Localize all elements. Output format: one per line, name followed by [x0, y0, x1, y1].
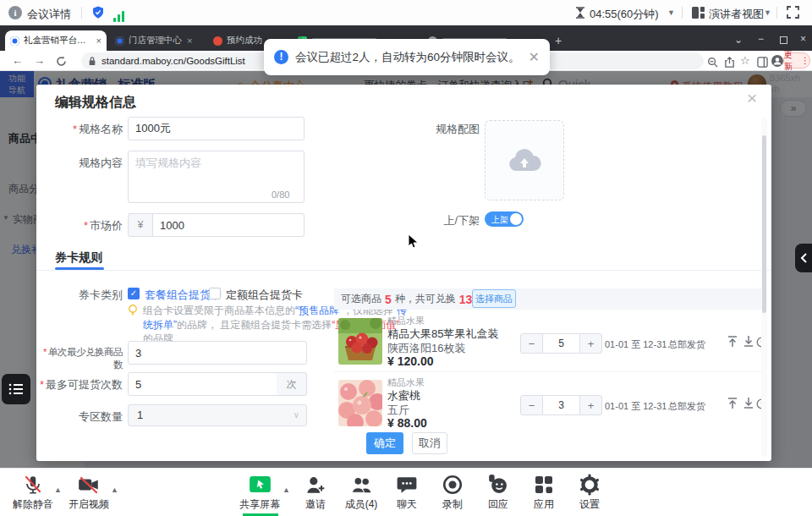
- bookmark-star-icon[interactable]: ☆: [740, 54, 750, 67]
- card-type-label: 券卡类别: [36, 288, 123, 303]
- shelf-toggle[interactable]: 上架: [485, 211, 524, 227]
- qty-decrease-button[interactable]: −: [520, 333, 543, 354]
- summary-prefix: 可选商品: [341, 292, 381, 306]
- tab-favicon: [10, 36, 19, 46]
- view-mode-label[interactable]: 演讲者视图: [709, 7, 764, 22]
- qty-increase-button[interactable]: +: [579, 395, 602, 415]
- label-text: 规格名称: [79, 123, 123, 135]
- card-type-option2[interactable]: 定额组合提货卡: [226, 288, 303, 303]
- refresh-icon[interactable]: [56, 55, 67, 70]
- window-maximize-icon[interactable]: [780, 36, 787, 44]
- move-to-bottom-icon[interactable]: [743, 335, 754, 351]
- divider: [36, 270, 771, 271]
- product-name: 水蜜桃: [387, 388, 420, 403]
- settings-button[interactable]: 设置: [562, 473, 617, 512]
- summary-mid: 种，共可兑换: [395, 292, 456, 306]
- view-dropdown-caret-icon[interactable]: ▼: [764, 8, 771, 17]
- new-tab-icon[interactable]: +: [555, 34, 562, 47]
- label-text: 单次最少兑换商品数: [48, 347, 123, 370]
- start-video-button[interactable]: 开启视频: [61, 473, 117, 512]
- move-to-bottom-icon[interactable]: [743, 397, 754, 413]
- product-name: 精品大果85苹果礼盒装: [387, 327, 498, 342]
- min-exchange-label: *单次最少兑换商品数: [36, 346, 123, 371]
- tab-close-icon[interactable]: ×: [187, 36, 192, 46]
- tab-close-icon[interactable]: ×: [96, 36, 102, 46]
- toast-close-icon[interactable]: ✕: [529, 49, 540, 65]
- security-shield-icon[interactable]: [91, 5, 106, 24]
- fullscreen-icon[interactable]: [787, 6, 799, 22]
- lock-icon: [88, 56, 96, 66]
- qty-increase-button[interactable]: +: [579, 333, 602, 354]
- image-upload-dropzone[interactable]: [485, 120, 564, 200]
- spec-name-label: *规格名称: [36, 122, 123, 137]
- network-signal-icon[interactable]: [113, 7, 126, 22]
- meeting-info-icon[interactable]: i: [8, 6, 22, 19]
- browser-tab-store-admin[interactable]: 门店管理中心 ×: [110, 30, 205, 51]
- back-icon[interactable]: ←: [12, 54, 23, 67]
- share-icon[interactable]: [724, 56, 735, 71]
- button-label: 解除静音: [5, 497, 61, 512]
- qty-value[interactable]: 5: [543, 333, 579, 354]
- qty-value[interactable]: 3: [543, 395, 579, 415]
- tab-card-rules[interactable]: 券卡规则: [55, 250, 102, 266]
- market-price-input[interactable]: [152, 213, 304, 237]
- zone-count-select[interactable]: 1 ∨: [128, 404, 307, 426]
- lightbulb-icon: [128, 305, 138, 321]
- edit-spec-modal: 编辑规格信息 × *规格名称 规格内容 0/80 *市场价 ¥ 规格配图: [36, 85, 771, 461]
- unmute-button[interactable]: 解除静音: [5, 473, 61, 512]
- product-category: 精品水果: [387, 376, 425, 389]
- move-to-top-icon[interactable]: [727, 335, 738, 351]
- collapse-video-panel-button[interactable]: [795, 244, 812, 272]
- checkbox-fixed-amount-unchecked[interactable]: [209, 288, 221, 299]
- tip-text: 的品牌， 且定额组合提货卡需选择: [177, 319, 332, 331]
- label-text: 上/下架: [443, 214, 480, 227]
- timer-dropdown-caret-icon[interactable]: ▼: [667, 8, 675, 17]
- meeting-toolbar: 解除静音 ▲ 开启视频 ▲ 共享屏幕 ▲ 邀请 成员(4: [0, 468, 812, 516]
- label-text: 专区数量: [79, 410, 123, 423]
- divider: [776, 7, 777, 19]
- market-price-label: *市场价: [36, 218, 123, 233]
- summary-count: 5: [385, 293, 392, 306]
- window-minimize-icon[interactable]: −: [758, 33, 764, 45]
- meeting-details-label[interactable]: 会议详情: [27, 7, 71, 22]
- product-price: ¥ 120.00: [387, 354, 434, 368]
- tab-title: 门店管理中心: [129, 35, 182, 47]
- confirm-button[interactable]: 确定: [366, 432, 403, 454]
- window-close-icon[interactable]: ×: [800, 33, 806, 45]
- product-shipping: 总部发货: [668, 338, 705, 351]
- browser-tab-gift-admin[interactable]: 礼盒营销平台管理中心 ×: [5, 30, 107, 51]
- product-image-apples: [338, 318, 382, 365]
- forward-icon[interactable]: →: [34, 54, 45, 67]
- gear-icon: [562, 473, 617, 497]
- zoom-icon[interactable]: [707, 56, 718, 71]
- button-label: 共享屏幕: [232, 497, 288, 512]
- checkbox-combo-pickup-checked[interactable]: ✓: [128, 288, 140, 299]
- min-exchange-input[interactable]: [128, 341, 307, 365]
- qty-decrease-button[interactable]: −: [520, 395, 543, 415]
- video-options-caret[interactable]: ▲: [111, 486, 118, 494]
- hourglass-icon: [575, 7, 585, 22]
- modal-close-icon[interactable]: ×: [747, 88, 757, 108]
- update-label: 更新: [784, 49, 800, 73]
- profile-avatar-icon[interactable]: [771, 55, 783, 70]
- product-image-peaches: [338, 380, 382, 426]
- divider: [81, 7, 82, 19]
- product-shipping: 总部发货: [668, 400, 705, 413]
- annotation-tools-button[interactable]: [2, 374, 30, 404]
- side-panel-icon[interactable]: [757, 56, 768, 71]
- max-pickup-input[interactable]: [128, 372, 277, 396]
- move-to-top-icon[interactable]: [727, 397, 738, 413]
- camera-off-icon: [61, 473, 117, 497]
- info-icon: !: [274, 50, 288, 64]
- tab-title: 礼盒营销平台管理中心: [24, 35, 91, 47]
- select-products-button[interactable]: 选择商品: [472, 289, 516, 308]
- button-label: 开启视频: [61, 497, 117, 512]
- update-button[interactable]: 更新⋮: [783, 52, 810, 69]
- cancel-button[interactable]: 取消: [412, 432, 447, 454]
- modal-scrollbar-thumb[interactable]: [762, 135, 766, 313]
- unit-suffix: 次: [277, 372, 307, 396]
- tab-search-caret-icon[interactable]: ⌄: [734, 34, 743, 46]
- share-screen-button[interactable]: 共享屏幕: [232, 473, 288, 512]
- product-date-range: 01-01 至 12-31: [605, 338, 667, 351]
- spec-name-input[interactable]: [128, 117, 304, 140]
